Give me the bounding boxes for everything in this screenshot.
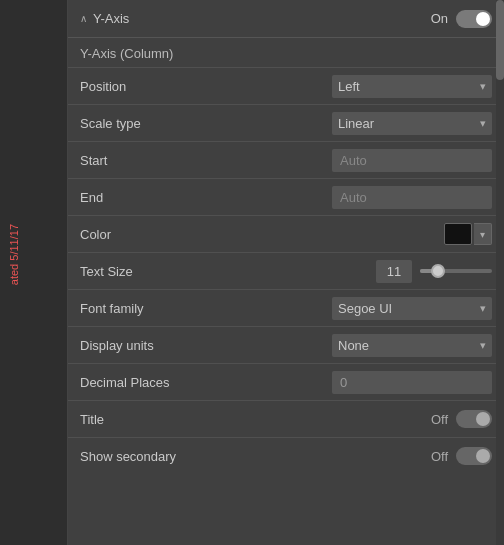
color-control: ▾: [260, 223, 492, 245]
scrollbar[interactable]: [496, 0, 504, 545]
color-swatch[interactable]: [444, 223, 472, 245]
scale-type-select[interactable]: Linear Logarithmic: [332, 112, 492, 135]
decimal-places-label: Decimal Places: [80, 375, 260, 390]
end-row: End: [68, 179, 504, 215]
font-family-select[interactable]: Segoe UI Arial Times New Roman: [332, 297, 492, 320]
start-row: Start: [68, 142, 504, 178]
show-secondary-control: Off: [260, 447, 492, 465]
title-toggle-group: Off: [431, 410, 492, 428]
title-toggle-label: Off: [431, 412, 448, 427]
scale-type-label: Scale type: [80, 116, 260, 131]
text-size-input[interactable]: [376, 260, 412, 283]
end-input[interactable]: [332, 186, 492, 209]
position-select-wrapper: Left Right: [332, 75, 492, 98]
text-size-row: Text Size: [68, 253, 504, 289]
color-label: Color: [80, 227, 260, 242]
decimal-places-row: Decimal Places: [68, 364, 504, 400]
secondary-toggle-label: Off: [431, 449, 448, 464]
color-dropdown-arrow[interactable]: ▾: [474, 223, 492, 245]
start-control: [260, 149, 492, 172]
scale-type-row: Scale type Linear Logarithmic: [68, 105, 504, 141]
display-units-select[interactable]: None Thousands Millions Billions: [332, 334, 492, 357]
decimal-places-input[interactable]: [332, 371, 492, 394]
panel-header: ∧ Y-Axis On: [68, 0, 504, 38]
title-toggle[interactable]: [456, 410, 492, 428]
display-units-label: Display units: [80, 338, 260, 353]
chart-label: ated 5/11/17: [8, 224, 20, 285]
collapse-icon[interactable]: ∧: [80, 13, 87, 24]
end-label: End: [80, 190, 260, 205]
secondary-toggle-group: Off: [431, 447, 492, 465]
decimal-places-control: [260, 371, 492, 394]
title-row: Title Off: [68, 401, 504, 437]
scale-type-control: Linear Logarithmic: [260, 112, 492, 135]
start-label: Start: [80, 153, 260, 168]
slider-knob[interactable]: [431, 264, 445, 278]
panel-title: Y-Axis: [93, 11, 129, 26]
toggle-on-label: On: [431, 11, 448, 26]
scale-type-select-wrapper: Linear Logarithmic: [332, 112, 492, 135]
text-size-control: [260, 260, 492, 283]
text-size-label: Text Size: [80, 264, 260, 279]
show-secondary-row: Show secondary Off: [68, 438, 504, 474]
main-toggle[interactable]: [456, 10, 492, 28]
secondary-toggle[interactable]: [456, 447, 492, 465]
main-toggle-knob: [476, 12, 490, 26]
color-box-wrapper: ▾: [444, 223, 492, 245]
end-control: [260, 186, 492, 209]
show-secondary-label: Show secondary: [80, 449, 260, 464]
position-select[interactable]: Left Right: [332, 75, 492, 98]
display-units-select-wrapper: None Thousands Millions Billions: [332, 334, 492, 357]
main-toggle-container: On: [431, 10, 492, 28]
start-input[interactable]: [332, 149, 492, 172]
section-title: Y-Axis (Column): [68, 38, 504, 67]
secondary-toggle-knob: [476, 449, 490, 463]
display-units-row: Display units None Thousands Millions Bi…: [68, 327, 504, 363]
slider-container: [420, 262, 492, 280]
title-control: Off: [260, 410, 492, 428]
position-label: Position: [80, 79, 260, 94]
settings-panel: ∧ Y-Axis On Y-Axis (Column) Position Lef…: [68, 0, 504, 545]
display-units-control: None Thousands Millions Billions: [260, 334, 492, 357]
font-family-row: Font family Segoe UI Arial Times New Rom…: [68, 290, 504, 326]
header-title-group: ∧ Y-Axis: [80, 11, 129, 26]
title-toggle-knob: [476, 412, 490, 426]
position-control: Left Right: [260, 75, 492, 98]
font-family-select-wrapper: Segoe UI Arial Times New Roman: [332, 297, 492, 320]
title-label: Title: [80, 412, 260, 427]
color-row: Color ▾: [68, 216, 504, 252]
font-family-control: Segoe UI Arial Times New Roman: [260, 297, 492, 320]
text-size-inner: [376, 260, 492, 283]
slider-track: [420, 269, 492, 273]
scrollbar-thumb[interactable]: [496, 0, 504, 80]
font-family-label: Font family: [80, 301, 260, 316]
left-panel: ated 5/11/17: [0, 0, 68, 545]
position-row: Position Left Right: [68, 68, 504, 104]
